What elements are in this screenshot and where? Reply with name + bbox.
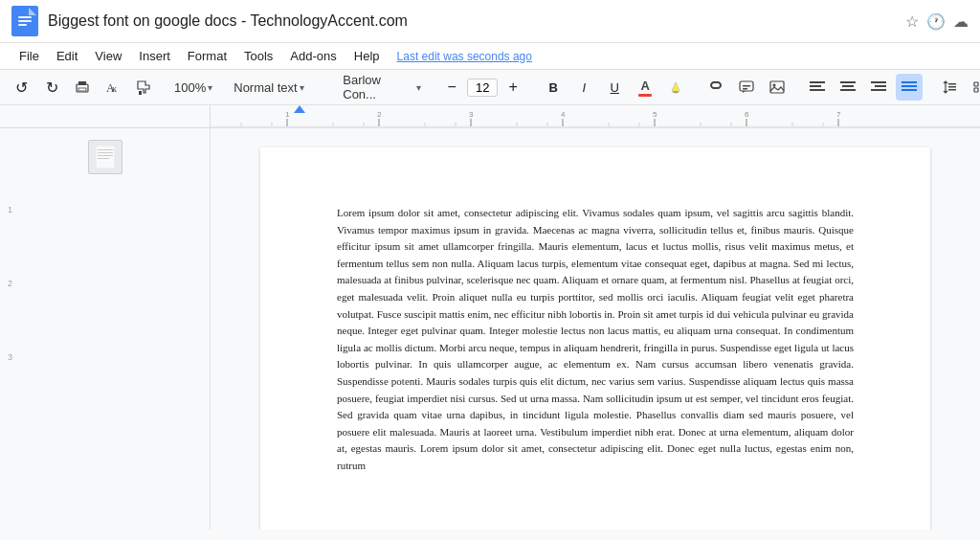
svg-text:2: 2 bbox=[377, 110, 382, 119]
main-layout: 1 2 3 Lorem ipsum dolor sit amet, consec… bbox=[0, 128, 980, 529]
line-spacing-button[interactable] bbox=[936, 74, 963, 101]
svg-rect-70 bbox=[98, 152, 113, 153]
svg-text:5: 5 bbox=[653, 110, 657, 119]
highlight-button[interactable] bbox=[662, 74, 689, 101]
zoom-arrow: ▾ bbox=[208, 82, 212, 93]
svg-rect-14 bbox=[770, 81, 784, 93]
line-marker-1: 1 bbox=[8, 205, 12, 214]
menu-help[interactable]: Help bbox=[346, 45, 388, 67]
svg-point-15 bbox=[773, 84, 776, 87]
cloud-icon[interactable]: ☁ bbox=[953, 12, 969, 31]
window-title: Biggest font on google docs - Technology… bbox=[48, 12, 896, 30]
print-button[interactable] bbox=[69, 74, 96, 101]
font-arrow: ▾ bbox=[416, 82, 421, 93]
font-size-controls: − + bbox=[438, 74, 526, 101]
svg-rect-3 bbox=[18, 24, 27, 26]
last-edit-label: Last edit was seconds ago bbox=[397, 50, 532, 63]
document-area[interactable]: Lorem ipsum dolor sit amet, consectetur … bbox=[211, 128, 980, 529]
svg-rect-28 bbox=[948, 83, 956, 85]
svg-text:4: 4 bbox=[561, 110, 566, 119]
image-button[interactable] bbox=[764, 74, 791, 101]
spell-check-button[interactable]: A ĸ bbox=[100, 74, 126, 101]
comment-button[interactable] bbox=[733, 74, 760, 101]
italic-button[interactable]: I bbox=[570, 74, 597, 101]
link-button[interactable] bbox=[702, 74, 729, 101]
underline-button[interactable]: U bbox=[601, 74, 628, 101]
svg-rect-10 bbox=[674, 91, 679, 93]
svg-rect-26 bbox=[902, 85, 917, 87]
menu-tools[interactable]: Tools bbox=[236, 45, 280, 67]
svg-rect-19 bbox=[840, 81, 856, 83]
svg-rect-20 bbox=[842, 85, 854, 87]
svg-marker-67 bbox=[294, 105, 305, 113]
svg-rect-6 bbox=[78, 88, 86, 91]
checklist-button[interactable] bbox=[967, 74, 980, 101]
paint-format-button[interactable] bbox=[130, 74, 157, 101]
menu-format[interactable]: Format bbox=[180, 45, 234, 67]
document-page: Lorem ipsum dolor sit amet, consectetur … bbox=[260, 147, 930, 529]
svg-rect-30 bbox=[948, 89, 956, 91]
title-bar: Biggest font on google docs - Technology… bbox=[0, 0, 980, 43]
svg-rect-16 bbox=[810, 81, 825, 83]
svg-text:6: 6 bbox=[745, 110, 749, 119]
svg-rect-21 bbox=[840, 89, 856, 91]
font-label: Barlow Con... bbox=[343, 73, 414, 101]
text-color-button[interactable]: A bbox=[632, 74, 658, 101]
svg-rect-27 bbox=[902, 89, 917, 91]
title-info: Biggest font on google docs - Technology… bbox=[48, 12, 896, 30]
svg-rect-24 bbox=[871, 89, 886, 91]
svg-rect-13 bbox=[743, 88, 747, 90]
svg-rect-22 bbox=[871, 81, 886, 83]
ruler: 1 2 3 4 5 6 7 bbox=[0, 105, 980, 128]
font-dropdown[interactable]: Barlow Con... ▾ bbox=[339, 74, 425, 101]
svg-rect-29 bbox=[948, 86, 956, 88]
style-dropdown[interactable]: Normal text ▾ bbox=[230, 74, 325, 101]
menu-edit[interactable]: Edit bbox=[49, 45, 85, 67]
history-icon[interactable]: 🕐 bbox=[926, 12, 946, 31]
line-marker-2: 2 bbox=[8, 279, 12, 288]
svg-rect-18 bbox=[810, 89, 825, 91]
svg-text:1: 1 bbox=[285, 110, 290, 119]
svg-rect-69 bbox=[98, 149, 113, 150]
star-icon[interactable]: ☆ bbox=[905, 12, 919, 31]
svg-text:3: 3 bbox=[469, 110, 474, 119]
style-arrow: ▾ bbox=[300, 82, 304, 93]
page-thumbnail bbox=[88, 140, 122, 174]
menu-addons[interactable]: Add-ons bbox=[282, 45, 344, 67]
zoom-label: 100% bbox=[174, 80, 206, 95]
sidebar-left: 1 2 3 bbox=[0, 128, 211, 529]
doc-icon bbox=[11, 6, 38, 36]
font-size-decrease-button[interactable]: − bbox=[438, 74, 465, 101]
align-right-button[interactable] bbox=[865, 74, 892, 101]
svg-rect-9 bbox=[139, 91, 142, 95]
title-actions: ☆ 🕐 ☁ bbox=[905, 12, 969, 31]
menu-file[interactable]: File bbox=[11, 45, 47, 67]
menu-view[interactable]: View bbox=[87, 45, 129, 67]
svg-rect-12 bbox=[743, 85, 750, 87]
svg-rect-5 bbox=[78, 81, 86, 85]
redo-button[interactable]: ↻ bbox=[38, 74, 65, 101]
align-left-button[interactable] bbox=[804, 74, 831, 101]
svg-text:ĸ: ĸ bbox=[112, 83, 117, 94]
menu-bar: File Edit View Insert Format Tools Add-o… bbox=[0, 43, 980, 70]
font-size-increase-button[interactable]: + bbox=[500, 74, 526, 101]
align-justify-button[interactable] bbox=[896, 74, 923, 101]
svg-rect-72 bbox=[98, 158, 109, 159]
svg-rect-32 bbox=[974, 88, 978, 92]
document-body: Lorem ipsum dolor sit amet, consectetur … bbox=[337, 205, 854, 475]
svg-text:7: 7 bbox=[836, 110, 841, 119]
svg-rect-23 bbox=[875, 85, 886, 87]
style-label: Normal text bbox=[234, 80, 297, 95]
zoom-dropdown[interactable]: 100% ▾ bbox=[170, 74, 216, 101]
toolbar: ↺ ↻ A ĸ 100% ▾ Normal text ▾ Barlow bbox=[0, 70, 980, 105]
bold-button[interactable]: B bbox=[540, 74, 567, 101]
svg-rect-17 bbox=[810, 85, 821, 87]
svg-rect-25 bbox=[902, 81, 917, 83]
align-center-button[interactable] bbox=[835, 74, 861, 101]
svg-rect-1 bbox=[18, 16, 32, 18]
undo-button[interactable]: ↺ bbox=[8, 74, 34, 101]
svg-rect-31 bbox=[974, 82, 978, 86]
font-size-input[interactable] bbox=[467, 79, 498, 97]
svg-rect-68 bbox=[96, 146, 115, 169]
menu-insert[interactable]: Insert bbox=[131, 45, 178, 67]
